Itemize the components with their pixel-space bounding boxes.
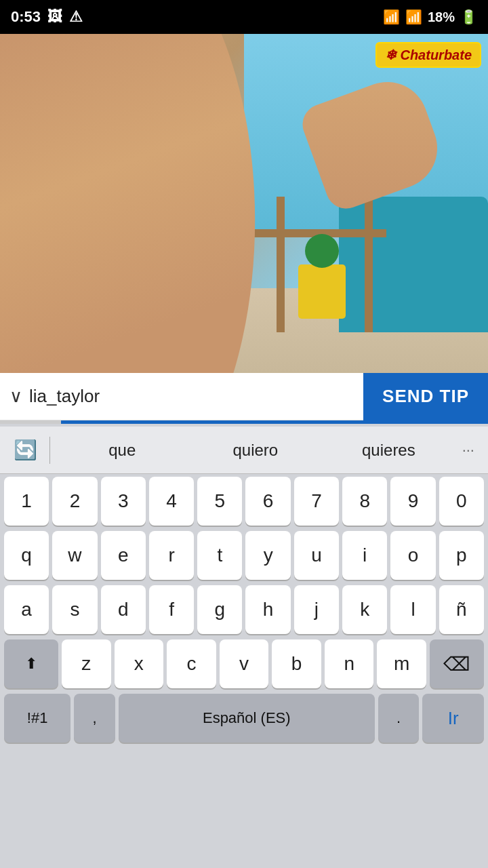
- emoji-icon[interactable]: 🔄: [7, 431, 44, 469]
- body-figure: [0, 34, 268, 373]
- key-2[interactable]: 2: [52, 477, 97, 526]
- key-q[interactable]: q: [4, 531, 49, 580]
- bottom-row: !#1 , Español (ES) . Ir: [0, 691, 488, 749]
- time-display: 0:53: [11, 8, 41, 26]
- status-right: 📶 📶 18% 🔋: [383, 9, 477, 25]
- warning-icon: ⚠: [69, 8, 83, 26]
- key-k[interactable]: k: [342, 585, 387, 634]
- key-f[interactable]: f: [149, 585, 194, 634]
- autocomplete-word-3[interactable]: quieres: [322, 435, 455, 465]
- key-8[interactable]: 8: [342, 477, 387, 526]
- battery-display: 18%: [428, 9, 455, 25]
- autocomplete-word-1[interactable]: que: [56, 435, 189, 465]
- video-stream[interactable]: ❄ Chaturbate: [0, 34, 488, 373]
- key-v[interactable]: v: [220, 639, 269, 688]
- key-y[interactable]: y: [245, 531, 290, 580]
- enter-key[interactable]: Ir: [422, 694, 484, 743]
- tab-indicator: [0, 420, 488, 424]
- key-0[interactable]: 0: [439, 477, 484, 526]
- status-bar: 0:53 🖼 ⚠ 📶 📶 18% 🔋: [0, 0, 488, 34]
- key-4[interactable]: 4: [149, 477, 194, 526]
- key-m[interactable]: m: [377, 639, 426, 688]
- number-row: 1 2 3 4 5 6 7 8 9 0: [0, 474, 488, 528]
- key-d[interactable]: d: [101, 585, 146, 634]
- period-key[interactable]: .: [378, 694, 419, 743]
- key-1[interactable]: 1: [4, 477, 49, 526]
- status-left: 0:53 🖼 ⚠: [11, 8, 83, 26]
- symbols-key[interactable]: !#1: [4, 694, 70, 743]
- key-w[interactable]: w: [52, 531, 97, 580]
- key-n-tilde[interactable]: ñ: [439, 585, 484, 634]
- asdf-row: a s d f g h j k l ñ: [0, 583, 488, 637]
- couch-prop: [339, 197, 488, 332]
- chevron-down-icon[interactable]: ∨: [9, 386, 22, 407]
- key-r[interactable]: r: [149, 531, 194, 580]
- key-u[interactable]: u: [294, 531, 339, 580]
- signal-icon: 📶: [405, 9, 422, 25]
- key-g[interactable]: g: [197, 585, 242, 634]
- more-icon[interactable]: ···: [455, 441, 481, 459]
- key-3[interactable]: 3: [101, 477, 146, 526]
- autocomplete-row: 🔄 que quiero quieres ···: [0, 427, 488, 474]
- key-l[interactable]: l: [390, 585, 435, 634]
- comma-key[interactable]: ,: [74, 694, 115, 743]
- key-o[interactable]: o: [390, 531, 435, 580]
- key-h[interactable]: h: [245, 585, 290, 634]
- tab-line-left: [0, 420, 61, 424]
- shelf-leg-right: [365, 197, 373, 332]
- username-text: lia_taylor: [29, 386, 100, 407]
- key-i[interactable]: i: [342, 531, 387, 580]
- key-9[interactable]: 9: [390, 477, 435, 526]
- shift-icon: ⬆: [25, 655, 37, 673]
- key-j[interactable]: j: [294, 585, 339, 634]
- plant-pot: [298, 264, 346, 319]
- key-t[interactable]: t: [197, 531, 242, 580]
- key-c[interactable]: c: [167, 639, 216, 688]
- key-n[interactable]: n: [325, 639, 374, 688]
- chat-bar: ∨ lia_taylor SEND TIP: [0, 373, 488, 420]
- send-tip-button[interactable]: SEND TIP: [363, 373, 488, 420]
- key-p[interactable]: p: [439, 531, 484, 580]
- shelf-leg-left: [277, 197, 285, 332]
- backspace-key[interactable]: ⌫: [430, 639, 484, 688]
- key-7[interactable]: 7: [294, 477, 339, 526]
- key-b[interactable]: b: [272, 639, 321, 688]
- key-s[interactable]: s: [52, 585, 97, 634]
- wifi-icon: 📶: [383, 9, 400, 25]
- divider: [49, 437, 50, 464]
- key-e[interactable]: e: [101, 531, 146, 580]
- key-5[interactable]: 5: [197, 477, 242, 526]
- key-z[interactable]: z: [62, 639, 111, 688]
- tab-line-active: [190, 420, 291, 424]
- shift-key[interactable]: ⬆: [4, 639, 58, 688]
- space-key[interactable]: Español (ES): [119, 694, 375, 743]
- autocomplete-word-2[interactable]: quiero: [189, 435, 323, 465]
- battery-icon: 🔋: [460, 9, 477, 25]
- keyboard: 🔄 que quiero quieres ··· 1 2 3 4 5 6 7 8…: [0, 424, 488, 749]
- chaturbate-logo: ❄ Chaturbate: [375, 42, 481, 68]
- username-area[interactable]: ∨ lia_taylor: [0, 386, 363, 407]
- screenshot-icon: 🖼: [47, 8, 62, 26]
- key-x[interactable]: x: [115, 639, 164, 688]
- backspace-icon: ⌫: [443, 653, 470, 675]
- key-6[interactable]: 6: [245, 477, 290, 526]
- qwerty-row: q w e r t y u i o p: [0, 528, 488, 583]
- zxcv-row: ⬆ z x c v b n m ⌫: [0, 637, 488, 691]
- plant-leaves: [305, 234, 339, 268]
- key-a[interactable]: a: [4, 585, 49, 634]
